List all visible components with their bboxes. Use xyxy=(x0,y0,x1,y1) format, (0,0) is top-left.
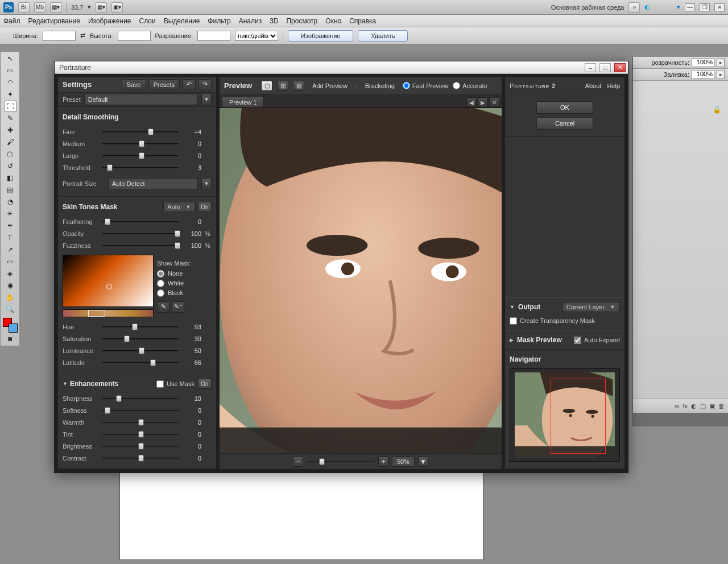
wand-tool[interactable]: ✦ xyxy=(4,89,16,100)
menu-image[interactable]: Изображение xyxy=(88,17,131,25)
large-slider[interactable] xyxy=(102,152,179,160)
arrange-button[interactable]: ▦▾ xyxy=(96,2,107,13)
min-icon[interactable]: — xyxy=(685,3,695,11)
enh-on-toggle[interactable]: On xyxy=(198,379,212,389)
save-button[interactable]: Save xyxy=(122,79,146,90)
move-tool[interactable]: ↖ xyxy=(4,53,16,64)
presets-button[interactable]: Presets xyxy=(148,79,180,90)
chevron-down-icon[interactable]: ▼ xyxy=(63,381,68,387)
preview-tab-1[interactable]: Preview 1 xyxy=(222,96,264,107)
quickmask-tool[interactable]: ◙ xyxy=(4,333,16,345)
tab-prev-icon[interactable]: ◀ xyxy=(466,97,477,107)
chevron-right-icon[interactable]: ▶ xyxy=(510,337,514,343)
usemask-checkbox[interactable]: Use Mask xyxy=(156,380,195,388)
zoom-out-icon[interactable]: − xyxy=(293,457,303,467)
fuzziness-slider[interactable] xyxy=(102,242,179,250)
history-brush-tool[interactable]: ↺ xyxy=(4,160,16,172)
view-extras-button[interactable]: ▦▾ xyxy=(50,2,61,13)
bridge-button[interactable]: Br xyxy=(18,2,30,13)
new-layer-icon[interactable]: ▣ xyxy=(709,403,715,410)
navigator-thumbnail[interactable] xyxy=(515,372,615,458)
fx-icon[interactable]: fx xyxy=(682,403,688,409)
menu-select[interactable]: Выделение xyxy=(164,17,200,25)
tint-slider[interactable] xyxy=(102,430,179,438)
blur-tool[interactable]: ◔ xyxy=(4,196,16,208)
luminance-slider[interactable] xyxy=(102,347,179,355)
type-tool[interactable]: T xyxy=(4,232,16,243)
accurate-radio[interactable]: Accurate xyxy=(453,82,487,89)
opacity-arrow-icon[interactable]: ▸ xyxy=(717,58,725,67)
tab-close-icon[interactable]: ✕ xyxy=(489,97,499,107)
brush-tool[interactable]: 🖌 xyxy=(4,136,16,148)
units-select[interactable]: пикс/дюйм xyxy=(235,31,278,41)
chevron-down-icon[interactable]: ▼ xyxy=(510,304,515,310)
image-button[interactable]: Изображение xyxy=(288,30,353,42)
undo-icon[interactable]: ↶ xyxy=(182,79,196,90)
opacity-slider[interactable] xyxy=(102,230,179,238)
menu-edit[interactable]: Редактирование xyxy=(28,17,80,25)
max-icon[interactable]: □ xyxy=(599,63,611,72)
close-icon[interactable]: ✕ xyxy=(614,63,626,72)
threshold-slider[interactable] xyxy=(102,164,179,172)
sharpness-slider[interactable] xyxy=(102,395,179,403)
feathering-slider[interactable] xyxy=(102,218,179,226)
menu-help[interactable]: Справка xyxy=(349,17,376,25)
dialog-titlebar[interactable]: Portraiture – □ ✕ xyxy=(55,61,628,74)
skin-color-picker[interactable] xyxy=(63,255,154,307)
hue-strip[interactable] xyxy=(63,309,154,317)
crop-tool-icon[interactable]: ✂ xyxy=(3,32,9,39)
zoom-value[interactable]: 50% xyxy=(392,457,415,467)
navigator-viewport-rect[interactable] xyxy=(551,379,606,454)
brightness-slider[interactable] xyxy=(102,442,179,450)
zoom-dropdown[interactable]: ▾ xyxy=(88,3,91,11)
add-preview-button[interactable]: Add Preview xyxy=(309,82,351,89)
stamp-tool[interactable]: ☖ xyxy=(4,148,16,160)
lasso-tool[interactable]: ◠ xyxy=(4,77,16,88)
skin-mode-combo[interactable]: Auto▼ xyxy=(163,202,196,212)
screen-mode-button[interactable]: ▣▾ xyxy=(111,2,123,13)
min-icon[interactable]: – xyxy=(585,63,596,72)
mask-white-radio[interactable]: White xyxy=(157,280,212,287)
zoom-value[interactable]: 33,7 xyxy=(71,4,83,11)
mask-none-radio[interactable]: None xyxy=(157,270,212,277)
zoom-arrow-icon[interactable]: ▼ xyxy=(418,457,428,467)
redo-icon[interactable]: ↷ xyxy=(198,79,212,90)
help-link[interactable]: Help xyxy=(607,82,620,89)
menu-file[interactable]: Файл xyxy=(3,17,20,25)
warmth-slider[interactable] xyxy=(102,418,179,426)
tab-next-icon[interactable]: ▶ xyxy=(478,97,488,107)
view-split-v-icon[interactable]: ▤ xyxy=(293,81,304,91)
layers-panel[interactable]: 🔒 xyxy=(633,81,728,399)
medium-slider[interactable] xyxy=(102,140,179,148)
zoom-tool[interactable]: 🔍 xyxy=(4,304,16,315)
hue-slider[interactable] xyxy=(102,323,179,331)
bracketing-button[interactable]: Bracketing xyxy=(362,82,398,89)
cancel-button[interactable]: Cancel xyxy=(536,117,593,130)
close-icon[interactable]: ✕ xyxy=(714,3,725,11)
latitude-slider[interactable] xyxy=(102,359,179,367)
menu-view[interactable]: Просмотр xyxy=(286,17,317,25)
output-combo[interactable]: Current Layer▼ xyxy=(562,302,620,312)
menu-analysis[interactable]: Анализ xyxy=(239,17,262,25)
fill-arrow-icon[interactable]: ▸ xyxy=(717,70,725,79)
link-icon[interactable]: ∞ xyxy=(675,403,680,409)
restore-icon[interactable]: ❐ xyxy=(700,3,710,11)
eyedropper-minus-icon[interactable]: ✎⁻ xyxy=(172,301,184,313)
portrait-size-arrow-icon[interactable]: ▼ xyxy=(201,178,212,189)
minibridge-button[interactable]: Mb xyxy=(34,2,46,13)
menu-layer[interactable]: Слои xyxy=(139,17,156,25)
fast-preview-radio[interactable]: Fast Preview xyxy=(403,82,449,89)
ok-button[interactable]: OK xyxy=(536,101,593,114)
color-swatches[interactable] xyxy=(3,318,18,333)
workspace-expand-button[interactable]: » xyxy=(628,2,640,13)
eyedropper-tool[interactable]: ✎ xyxy=(4,113,16,124)
preset-combo[interactable]: Default xyxy=(84,94,198,105)
saturation-slider[interactable] xyxy=(102,335,179,343)
transparency-checkbox[interactable]: Create Transparency Mask xyxy=(510,317,595,325)
preview-image[interactable] xyxy=(220,108,502,453)
path-tool[interactable]: ↗ xyxy=(4,244,16,255)
trash-icon[interactable]: 🗑 xyxy=(718,403,725,409)
gradient-tool[interactable]: ▤ xyxy=(4,184,16,196)
eyedropper-icon[interactable]: ✎ xyxy=(157,301,169,313)
swap-icon[interactable]: ⇄ xyxy=(80,32,85,39)
